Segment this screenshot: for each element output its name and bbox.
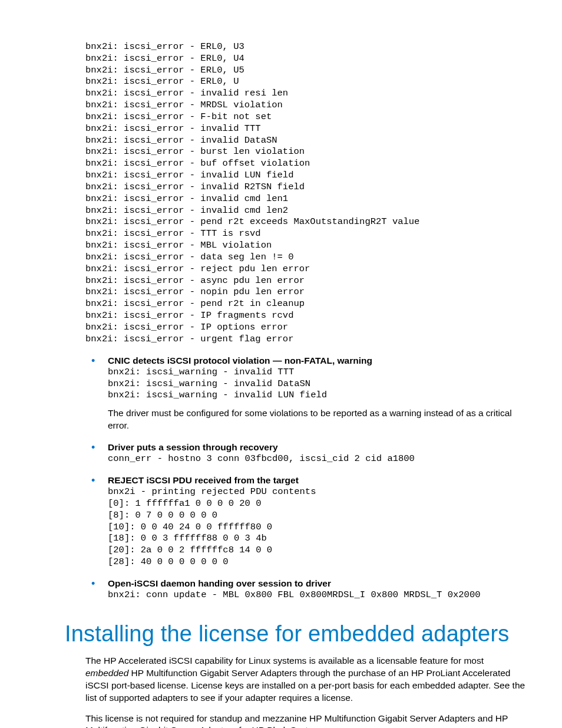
topic-code: conn_err - hostno 3 conn 03fbcd00, iscsi… [108,453,527,465]
topic-item: Open-iSCSI daemon handing over session t… [85,578,527,601]
para-text: The HP Accelerated iSCSI capability for … [85,655,484,666]
section-body: The HP Accelerated iSCSI capability for … [85,655,527,728]
topic-body: The driver must be configured for some v… [108,407,527,432]
section-paragraph-1: The HP Accelerated iSCSI capability for … [85,655,527,704]
topic-item: REJECT iSCSI PDU received from the targe… [85,475,527,568]
para-emphasis: embedded [85,668,128,678]
topic-item: CNIC detects iSCSI protocol violation — … [85,355,527,432]
topic-title: Driver puts a session through recovery [108,442,527,453]
topic-title: REJECT iSCSI PDU received from the targe… [108,475,527,486]
topic-list: CNIC detects iSCSI protocol violation — … [85,355,527,601]
topic-title: CNIC detects iSCSI protocol violation — … [108,355,527,367]
para-text: HP Multifunction Gigabit Server Adapters… [85,668,525,703]
section-heading: Installing the license for embedded adap… [65,621,527,647]
topic-code: bnx2i: conn update - MBL 0x800 FBL 0x800… [108,589,527,601]
topic-code: bnx2i: iscsi_warning - invalid TTT bnx2i… [108,367,527,401]
topic-title: Open-iSCSI daemon handing over session t… [108,578,527,589]
content-area: bnx2i: iscsi_error - ERL0, U3 bnx2i: isc… [85,41,527,601]
topic-code: bnx2i - printing rejected PDU contents [… [108,486,527,568]
page: bnx2i: iscsi_error - ERL0, U3 bnx2i: isc… [0,0,562,728]
error-code-block: bnx2i: iscsi_error - ERL0, U3 bnx2i: isc… [85,41,527,345]
topic-item: Driver puts a session through recovery c… [85,442,527,465]
section-paragraph-2: This license is not required for standup… [85,713,527,728]
